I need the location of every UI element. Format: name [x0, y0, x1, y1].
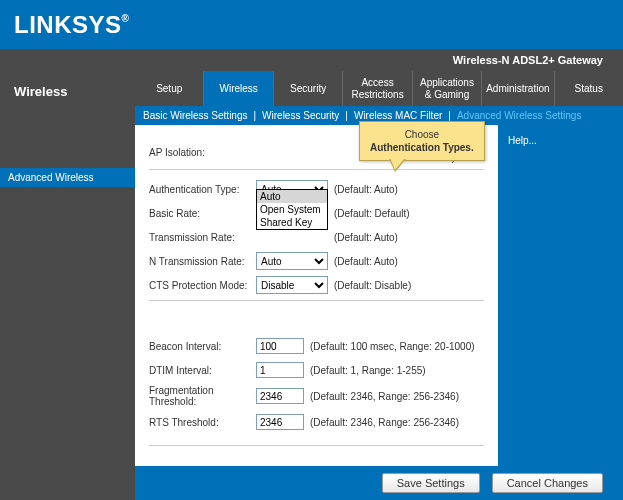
auth-type-dropdown-list[interactable]: Auto Open System Shared Key: [256, 189, 328, 230]
subsection-label: Advanced Wireless: [0, 168, 135, 187]
subnav-wireless-mac-filter[interactable]: Wireless MAC Filter: [354, 110, 442, 121]
dtim-label: DTIM Interval:: [149, 365, 256, 376]
beacon-label: Beacon Interval:: [149, 341, 256, 352]
divider: [149, 445, 484, 446]
header-bar: LINKSYS®: [0, 0, 623, 49]
cancel-button[interactable]: Cancel Changes: [492, 473, 603, 493]
cts-select[interactable]: Disable: [256, 276, 328, 294]
tx-rate-label: Transmission Rate:: [149, 232, 256, 243]
tab-status[interactable]: Status: [555, 71, 623, 106]
tab-access-restrictions[interactable]: Access Restrictions: [343, 71, 412, 106]
auth-type-hint: (Default: Auto): [334, 184, 398, 195]
subnav-wireless-security[interactable]: Wireless Security: [262, 110, 339, 121]
basic-rate-hint: (Default: Default): [334, 208, 410, 219]
rts-hint: (Default: 2346, Range: 256-2346): [310, 417, 459, 428]
cts-label: CTS Protection Mode:: [149, 280, 256, 291]
dtim-hint: (Default: 1, Range: 1-255): [310, 365, 426, 376]
main-nav: Setup Wireless Security Access Restricti…: [135, 71, 623, 106]
separator-icon: |: [345, 110, 348, 121]
divider: [149, 300, 484, 301]
tab-applications-gaming[interactable]: Applications & Gaming: [413, 71, 482, 106]
brand-logo: LINKSYS®: [14, 11, 129, 39]
ap-isolation-label: AP Isolation:: [149, 147, 256, 158]
auth-option-auto[interactable]: Auto: [257, 190, 327, 203]
rts-input[interactable]: [256, 414, 304, 430]
tab-security[interactable]: Security: [274, 71, 343, 106]
dtim-input[interactable]: [256, 362, 304, 378]
cts-hint: (Default: Disable): [334, 280, 411, 291]
tooltip-callout: Choose Authentication Types.: [359, 121, 485, 161]
auth-option-open-system[interactable]: Open System: [257, 203, 327, 216]
footer-bar: Save Settings Cancel Changes: [135, 466, 623, 500]
beacon-input[interactable]: [256, 338, 304, 354]
page-title: Wireless: [0, 71, 135, 112]
subnav-basic-wireless[interactable]: Basic Wireless Settings: [143, 110, 247, 121]
help-panel: Help...: [498, 125, 623, 466]
auth-type-label: Authentication Type:: [149, 184, 256, 195]
basic-rate-label: Basic Rate:: [149, 208, 256, 219]
main-content: Choose Authentication Types. AP Isolatio…: [135, 125, 498, 466]
n-tx-rate-hint: (Default: Auto): [334, 256, 398, 267]
device-name: Wireless-N ADSL2+ Gateway: [453, 54, 603, 66]
tx-rate-hint: (Default: Auto): [334, 232, 398, 243]
frag-hint: (Default: 2346, Range: 256-2346): [310, 391, 459, 402]
tab-administration[interactable]: Administration: [482, 71, 554, 106]
tab-wireless[interactable]: Wireless: [204, 71, 273, 106]
tab-setup[interactable]: Setup: [135, 71, 204, 106]
save-button[interactable]: Save Settings: [382, 473, 480, 493]
frag-input[interactable]: [256, 388, 304, 404]
beacon-hint: (Default: 100 msec, Range: 20-1000): [310, 341, 475, 352]
divider: [149, 169, 484, 170]
auth-option-shared-key[interactable]: Shared Key: [257, 216, 327, 229]
help-link[interactable]: Help...: [508, 135, 537, 146]
rts-label: RTS Threshold:: [149, 417, 256, 428]
subnav-advanced-wireless[interactable]: Advanced Wireless Settings: [457, 110, 582, 121]
frag-label: Fragmentation Threshold:: [149, 385, 256, 407]
separator-icon: |: [448, 110, 451, 121]
left-sidebar: Wireless Advanced Wireless: [0, 71, 135, 500]
device-name-bar: Wireless-N ADSL2+ Gateway: [0, 49, 623, 71]
separator-icon: |: [253, 110, 256, 121]
n-tx-rate-label: N Transmission Rate:: [149, 256, 256, 267]
n-tx-rate-select[interactable]: Auto: [256, 252, 328, 270]
